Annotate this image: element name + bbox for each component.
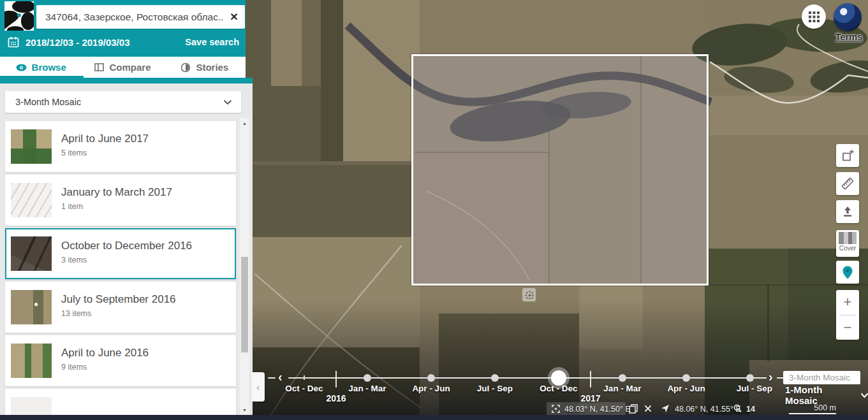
apps-grid-button[interactable] xyxy=(802,4,826,29)
center-crosshair-icon xyxy=(552,405,560,413)
upload-icon xyxy=(841,205,854,218)
result-count: 3 items xyxy=(61,256,87,264)
timeline-label: Jan - Mar xyxy=(342,384,393,393)
draw-aoi-button[interactable] xyxy=(836,144,859,167)
cursor-location-icon xyxy=(661,404,670,413)
timeline-next-icon[interactable]: › xyxy=(769,370,773,383)
scroll-up-icon[interactable]: ▲ xyxy=(240,118,249,128)
stories-icon xyxy=(180,62,191,73)
result-count: 1 item xyxy=(61,202,83,211)
tab-compare[interactable]: Compare xyxy=(82,57,163,78)
timeline-label: Jul - Sep xyxy=(729,384,780,393)
timeline-year-divider xyxy=(335,371,337,387)
timeline-label: Jul - Sep xyxy=(469,384,520,393)
timeline-dot-jan-mar-2017[interactable] xyxy=(619,374,626,382)
basemap-cover-label: Cover xyxy=(839,245,857,252)
timeline-label: Jan - Mar xyxy=(597,384,648,393)
timeline-dot-jan-mar-2016[interactable] xyxy=(364,374,371,382)
upload-button[interactable] xyxy=(836,200,859,223)
result-thumbnail xyxy=(11,344,52,378)
timeline-label: Oct - Dec xyxy=(279,384,330,393)
timeline-year: 2016 xyxy=(317,393,355,403)
result-thumbnail xyxy=(11,397,52,415)
center-coordinates: 48.03° N, 41.50° E xyxy=(564,405,631,414)
timeline-dot-apr-jun-2017[interactable] xyxy=(682,374,690,382)
result-item-oct-dec-2016-selected[interactable]: October to December 2016 3 items xyxy=(5,228,236,279)
draw-aoi-icon xyxy=(841,149,855,163)
user-avatar[interactable] xyxy=(834,3,862,31)
save-search-button[interactable]: Save search xyxy=(185,37,239,47)
planet-explorer-app: ‹ › Oct - Dec Jan - Mar Apr - Jun Jul - … xyxy=(0,0,868,420)
zoom-in-button[interactable]: + xyxy=(836,293,859,312)
close-coordinates-icon[interactable] xyxy=(644,405,652,412)
result-thumbnail xyxy=(11,183,52,217)
timeline-year-divider xyxy=(590,371,591,387)
window-bottom-strip xyxy=(0,415,868,420)
zoom-level-icon xyxy=(733,404,742,412)
clear-search-icon[interactable]: ✕ xyxy=(223,11,245,23)
results-panel: 3-Month Mosaic April to June 2017 5 item… xyxy=(0,83,253,415)
tab-stories[interactable]: Stories xyxy=(164,57,246,78)
result-count: 9 items xyxy=(61,363,87,372)
aoi-loading-spinner-icon xyxy=(522,288,536,301)
date-range-value[interactable]: 2018/12/03 - 2019/03/03 xyxy=(26,37,129,48)
result-title: April to June 2017 xyxy=(61,133,149,145)
result-thumbnail xyxy=(11,129,52,164)
result-title: October to December 2016 xyxy=(61,240,192,252)
timeline-tick-mark xyxy=(304,375,305,380)
result-title: April to June 2016 xyxy=(61,347,149,359)
results-scrollbar: ▲ ▼ xyxy=(240,118,249,415)
map-zoom-control: + − xyxy=(836,290,859,340)
mosaic-dropdown-trigger[interactable]: 1-Month Mosaic xyxy=(785,384,868,406)
planet-logo[interactable] xyxy=(4,1,34,31)
search-header: ✕ 2018/12/03 - 2019/03/03 Save search Br… xyxy=(0,0,246,78)
cursor-coordinates: 48.06° N, 41.55° E xyxy=(675,405,741,414)
timeline-prev-icon[interactable]: ‹ xyxy=(278,370,283,383)
zoom-level-value: 14 xyxy=(746,405,755,414)
mosaic-dropdown-option[interactable]: 3-Month Mosaic xyxy=(783,371,860,384)
location-pin-button[interactable] xyxy=(836,261,859,284)
result-item-partial[interactable] xyxy=(5,389,236,415)
timeline-label-selected: Oct - Dec xyxy=(533,384,584,393)
eye-icon xyxy=(16,64,27,71)
scrollbar-thumb[interactable] xyxy=(241,257,248,352)
result-item-jan-mar-2017[interactable]: January to March 2017 1 item xyxy=(5,175,236,226)
measure-button[interactable] xyxy=(836,172,859,195)
result-count: 5 items xyxy=(61,148,87,157)
date-filter-row: 2018/12/03 - 2019/03/03 Save search xyxy=(0,34,246,50)
result-count: 13 items xyxy=(61,309,91,318)
result-item-apr-jun-2017[interactable]: April to June 2017 5 items xyxy=(5,121,236,172)
search-input[interactable] xyxy=(36,11,223,23)
tab-browse[interactable]: Browse xyxy=(0,57,82,78)
calendar-icon[interactable] xyxy=(8,36,19,48)
result-title: January to March 2017 xyxy=(61,186,172,199)
timeline-dot-jul-sep-2016[interactable] xyxy=(491,374,499,382)
header-accent-strip xyxy=(0,78,253,83)
scale-bar xyxy=(789,413,836,414)
mosaic-type-select[interactable]: 3-Month Mosaic xyxy=(5,91,241,113)
chevron-down-icon xyxy=(860,393,868,398)
timeline-dot-jul-sep-2017[interactable] xyxy=(746,374,754,382)
aoi-rectangle xyxy=(411,54,709,286)
timeline-label: Apr - Jun xyxy=(661,384,712,393)
result-title: July to September 2016 xyxy=(61,293,176,306)
zoom-out-button[interactable]: − xyxy=(836,318,859,337)
basemap-cover-button[interactable]: Cover xyxy=(836,230,859,257)
basemap-thumbnail xyxy=(839,232,857,244)
timeline-dot-apr-jun-2016[interactable] xyxy=(427,374,435,382)
search-box: ✕ xyxy=(36,5,245,29)
compare-icon xyxy=(94,63,104,71)
result-item-jul-sep-2016[interactable]: July to September 2016 13 items xyxy=(5,282,236,333)
mosaic-selected-label: 1-Month Mosaic xyxy=(785,384,851,406)
copy-coordinates-icon[interactable] xyxy=(629,404,638,414)
scroll-down-icon[interactable]: ▼ xyxy=(240,405,249,415)
collapse-panel-button[interactable]: ‹ xyxy=(251,372,265,402)
panel-tabs: Browse Compare Stories xyxy=(0,57,246,78)
center-coordinates-box: 48.03° N, 41.50° E xyxy=(547,402,626,416)
grid-icon xyxy=(809,11,820,22)
timeline-label: Apr - Jun xyxy=(406,384,457,393)
ruler-icon xyxy=(840,176,855,191)
result-item-apr-jun-2016[interactable]: April to June 2016 9 items xyxy=(5,335,236,386)
terms-link[interactable]: Terms xyxy=(834,32,864,42)
map-pin-icon xyxy=(841,265,854,280)
